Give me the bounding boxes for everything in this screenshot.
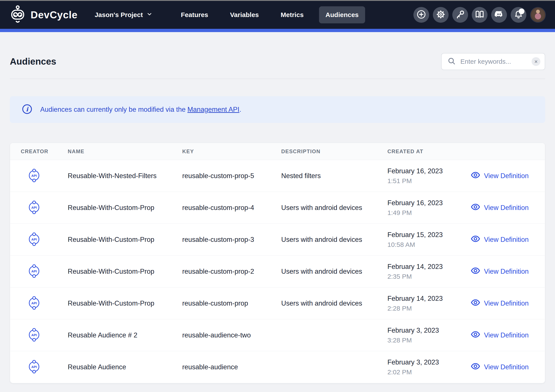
cell-creator: API	[21, 200, 68, 215]
accent-bar	[0, 29, 555, 32]
docs-book-icon	[475, 9, 485, 20]
add-icon	[416, 9, 426, 20]
table-row: API Reusable-With-Nested-Filters reusabl…	[10, 160, 545, 192]
cell-created-at: February 14, 2023 2:28 PM	[387, 295, 470, 312]
eye-icon	[470, 170, 481, 182]
cell-creator: API	[21, 360, 68, 374]
created-time: 1:51 PM	[387, 177, 470, 185]
svg-text:API: API	[31, 173, 37, 177]
eye-icon	[470, 202, 481, 214]
project-selector[interactable]: Jason's Project	[95, 11, 153, 19]
cell-created-at: February 3, 2023 2:02 PM	[387, 358, 470, 376]
eye-icon	[470, 361, 481, 373]
table-row: API Reusable Audience # 2 reusable-audie…	[10, 319, 545, 351]
view-definition-link[interactable]: View Definition	[470, 202, 536, 214]
created-date: February 3, 2023	[387, 358, 470, 366]
nav-link-features[interactable]: Features	[174, 6, 215, 23]
cell-description: Nested filters	[281, 172, 387, 180]
cell-name: Reusable-With-Custom-Prop	[68, 236, 182, 244]
created-date: February 15, 2023	[387, 231, 470, 239]
cell-description: Users with android devices	[281, 299, 387, 307]
eye-icon	[470, 234, 481, 246]
created-time: 2:35 PM	[387, 273, 470, 280]
project-selector-label: Jason's Project	[95, 11, 143, 19]
chevron-down-icon	[146, 11, 153, 19]
cell-description: Users with android devices	[281, 236, 387, 244]
api-creator-icon: API	[27, 296, 41, 311]
settings-gear-icon	[436, 9, 446, 20]
brand-name: DevCycle	[31, 9, 78, 21]
settings-button[interactable]	[433, 7, 449, 23]
devcycle-robot-logo-icon	[9, 5, 26, 25]
created-time: 2:02 PM	[387, 368, 470, 376]
info-icon: i	[22, 104, 32, 115]
api-creator-icon: API	[27, 328, 41, 342]
top-navbar: DevCycle Jason's Project Features Variab…	[0, 1, 555, 29]
view-definition-link[interactable]: View Definition	[470, 361, 536, 373]
cell-name: Reusable Audience # 2	[68, 331, 182, 339]
clear-search-button[interactable]: ×	[532, 57, 540, 66]
nav-link-audiences[interactable]: Audiences	[319, 6, 365, 23]
cell-creator: API	[21, 296, 68, 311]
cell-creator: API	[21, 232, 68, 247]
view-definition-link[interactable]: View Definition	[470, 329, 536, 341]
cell-created-at: February 3, 2023 3:28 PM	[387, 327, 470, 344]
svg-text:API: API	[31, 333, 37, 336]
svg-text:API: API	[31, 365, 37, 369]
api-creator-icon: API	[27, 360, 41, 374]
eye-icon	[470, 329, 481, 341]
view-definition-label: View Definition	[484, 204, 529, 212]
banner-text: Audiences can currently only be modified…	[40, 106, 241, 114]
svg-text:i: i	[26, 106, 29, 113]
cell-description: Users with android devices	[281, 204, 387, 212]
cell-key: reusable-custom-prop-3	[182, 236, 281, 244]
cell-name: Reusable Audience	[68, 363, 182, 371]
eye-icon	[470, 266, 481, 278]
api-key-icon	[455, 9, 465, 20]
view-definition-link[interactable]: View Definition	[470, 234, 536, 246]
view-definition-label: View Definition	[484, 236, 529, 244]
page-title: Audiences	[10, 56, 56, 67]
cell-created-at: February 15, 2023 10:58 AM	[387, 231, 470, 248]
table-row: API Reusable Audience reusable-audience …	[10, 351, 545, 383]
view-definition-label: View Definition	[484, 299, 529, 307]
column-header-created-at: Created At	[387, 148, 470, 155]
audiences-table: Creator Name Key Description Created At …	[10, 143, 545, 383]
search-icon	[447, 57, 456, 66]
primary-nav: Features Variables Metrics Audiences	[166, 6, 365, 23]
nav-link-metrics[interactable]: Metrics	[274, 6, 310, 23]
discord-button[interactable]	[491, 7, 507, 23]
view-definition-link[interactable]: View Definition	[470, 266, 536, 278]
search-input[interactable]	[460, 58, 527, 65]
cell-key: reusable-custom-prop-4	[182, 204, 281, 212]
user-avatar[interactable]	[530, 7, 546, 23]
cell-created-at: February 16, 2023 1:51 PM	[387, 167, 470, 185]
eye-icon	[470, 298, 481, 309]
cell-creator: API	[21, 328, 68, 342]
add-button[interactable]	[413, 7, 429, 23]
cell-key: reusable-audience	[182, 363, 281, 371]
view-definition-link[interactable]: View Definition	[470, 298, 536, 309]
column-header-name: Name	[68, 148, 182, 155]
view-definition-label: View Definition	[484, 331, 529, 339]
table-row: API Reusable-With-Custom-Prop reusable-c…	[10, 287, 545, 319]
column-header-creator: Creator	[21, 148, 68, 155]
brand-home-link[interactable]: DevCycle	[9, 5, 78, 25]
notifications-button[interactable]	[511, 7, 526, 23]
api-creator-icon: API	[27, 264, 41, 279]
api-keys-button[interactable]	[452, 7, 468, 23]
cell-name: Reusable-With-Nested-Filters	[68, 172, 182, 180]
cell-name: Reusable-With-Custom-Prop	[68, 268, 182, 275]
management-api-link[interactable]: Management API	[188, 106, 240, 113]
svg-text:API: API	[31, 269, 37, 273]
docs-button[interactable]	[472, 7, 488, 23]
cell-created-at: February 14, 2023 2:35 PM	[387, 263, 470, 280]
nav-link-variables[interactable]: Variables	[224, 6, 265, 23]
created-date: February 3, 2023	[387, 327, 470, 334]
view-definition-link[interactable]: View Definition	[470, 170, 536, 182]
banner-text-before: Audiences can currently only be modified…	[40, 106, 188, 113]
table-row: API Reusable-With-Custom-Prop reusable-c…	[10, 192, 545, 224]
table-body: API Reusable-With-Nested-Filters reusabl…	[10, 160, 545, 383]
cell-name: Reusable-With-Custom-Prop	[68, 299, 182, 307]
view-definition-label: View Definition	[484, 268, 529, 275]
